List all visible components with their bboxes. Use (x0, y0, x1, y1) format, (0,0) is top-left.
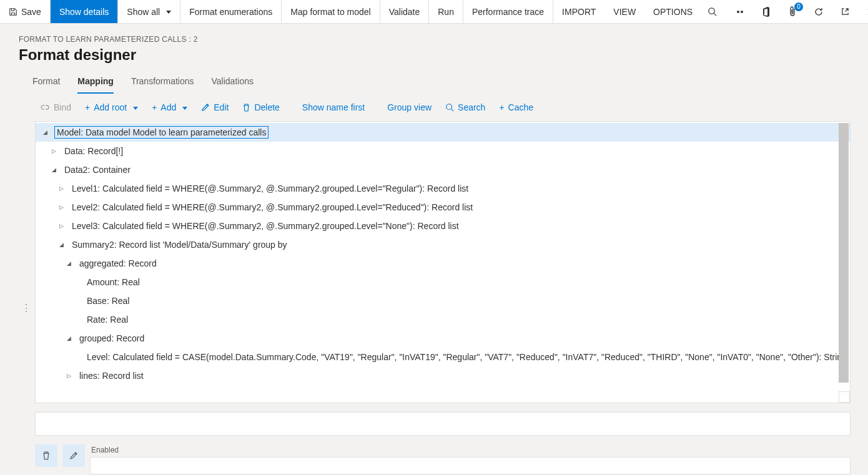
show-all-button[interactable]: Show all (118, 0, 180, 23)
add-button[interactable]: Add (152, 102, 187, 112)
tree-node-lines[interactable]: ▷ lines: Record list (36, 366, 850, 385)
map-format-to-model-button[interactable]: Map format to model (282, 0, 380, 23)
splitter-grip[interactable]: ⋮ (21, 302, 29, 314)
resize-corner[interactable] (839, 391, 850, 403)
tab-mapping[interactable]: Mapping (77, 72, 114, 94)
show-name-first-label: Show name first (302, 102, 365, 112)
delete-expression-button[interactable] (35, 444, 57, 467)
search-button[interactable]: Search (445, 102, 485, 112)
options-menu[interactable]: OPTIONS (644, 0, 701, 23)
page-title: Format designer (0, 46, 868, 72)
save-button[interactable]: Save (0, 0, 51, 23)
format-enumerations-label: Format enumerations (189, 7, 272, 17)
expand-icon[interactable]: ▷ (57, 204, 66, 210)
office-icon[interactable] (761, 6, 772, 17)
find-button[interactable] (701, 0, 723, 23)
tree-node-grouped[interactable]: ◢ grouped: Record (36, 329, 850, 348)
map-format-label: Map format to model (290, 7, 370, 17)
validate-button[interactable]: Validate (380, 0, 430, 23)
tree-node-level[interactable]: ▷ Level: Calculated field = CASE(model.D… (36, 348, 850, 366)
options-label: OPTIONS (653, 7, 693, 17)
tree-label: Base: Real (86, 295, 131, 307)
enabled-input[interactable] (90, 457, 851, 474)
tree-label: Model: Data model Model to learn paramet… (54, 126, 269, 139)
plus-icon (152, 102, 157, 112)
tree-node-model[interactable]: ◢ Model: Data model Model to learn param… (36, 123, 850, 142)
refresh-button[interactable] (813, 6, 824, 17)
link-icon[interactable] (734, 6, 746, 17)
run-button[interactable]: Run (429, 0, 463, 23)
svg-line-3 (451, 109, 454, 112)
expand-icon[interactable]: ▷ (57, 223, 66, 229)
datasource-tree[interactable]: ◢ Model: Data model Model to learn param… (35, 121, 851, 403)
bind-icon (40, 104, 50, 111)
trash-icon (242, 103, 250, 112)
show-name-first-button[interactable]: Show name first (302, 102, 365, 112)
chevron-down-icon (164, 7, 171, 17)
attachments-button[interactable]: 0 (787, 6, 798, 17)
collapse-icon[interactable]: ◢ (49, 167, 58, 173)
tree-node-level2[interactable]: ▷ Level2: Calculated field = WHERE(@.Sum… (36, 198, 850, 217)
add-root-button[interactable]: Add root (85, 102, 138, 112)
edit-expression-button[interactable] (62, 444, 85, 467)
delete-button[interactable]: Delete (242, 102, 279, 112)
breadcrumb: FORMAT TO LEARN PARAMETERIZED CALLS : 2 (0, 35, 868, 46)
tree-label: Level3: Calculated field = WHERE(@.Summa… (71, 220, 460, 232)
enabled-field: Enabled (90, 444, 851, 475)
tab-validations[interactable]: Validations (212, 72, 254, 94)
tree-node-summary2[interactable]: ◢ Summary2: Record list 'Model/Data/Summ… (36, 235, 850, 254)
group-view-label: Group view (387, 102, 432, 112)
tree-label: lines: Record list (78, 370, 145, 382)
edit-button[interactable]: Edit (201, 102, 229, 112)
page-body: FORMAT TO LEARN PARAMETERIZED CALLS : 2 … (0, 24, 868, 475)
attachments-badge: 0 (794, 2, 803, 11)
tree-node-base[interactable]: ▷ Base: Real (36, 291, 850, 310)
collapse-icon[interactable]: ◢ (41, 129, 49, 135)
tree-label: grouped: Record (78, 332, 145, 345)
expression-panel[interactable] (35, 412, 851, 436)
tree-node-rate[interactable]: ▷ Rate: Real (36, 310, 850, 329)
expand-icon[interactable]: ▷ (64, 373, 73, 379)
view-menu[interactable]: VIEW (604, 0, 644, 23)
save-label: Save (21, 7, 41, 17)
tree-label: Data2: Container (63, 164, 132, 176)
edit-label: Edit (214, 102, 229, 112)
scrollbar-thumb[interactable] (839, 123, 849, 383)
expand-icon[interactable]: ▷ (57, 185, 66, 192)
collapse-icon[interactable]: ◢ (64, 260, 73, 267)
tab-transformations[interactable]: Transformations (131, 72, 194, 94)
search-icon (445, 103, 454, 112)
cache-label: Cache (508, 102, 533, 112)
tree-node-data2[interactable]: ◢ Data2: Container (36, 160, 850, 179)
import-menu[interactable]: IMPORT (553, 0, 604, 23)
close-button[interactable] (866, 6, 868, 17)
delete-label: Delete (254, 102, 279, 112)
tree-node-amount[interactable]: ▷ Amount: Real (36, 273, 850, 291)
tree-label: Rate: Real (86, 313, 129, 326)
bind-label: Bind (54, 102, 71, 112)
format-enumerations-button[interactable]: Format enumerations (180, 0, 282, 23)
svg-point-0 (709, 8, 714, 14)
tab-format[interactable]: Format (32, 72, 60, 94)
collapse-icon[interactable]: ◢ (64, 335, 73, 341)
tree-label: Level2: Calculated field = WHERE(@.Summa… (71, 201, 474, 213)
performance-trace-button[interactable]: Performance trace (463, 0, 553, 23)
search-icon (708, 7, 717, 16)
add-label: Add (160, 102, 176, 112)
tree-node-data[interactable]: ▷ Data: Record[!] (36, 142, 850, 160)
tree-node-aggregated[interactable]: ◢ aggregated: Record (36, 254, 850, 273)
enabled-label: Enabled (90, 444, 851, 457)
chevron-down-icon (131, 102, 138, 112)
show-details-button[interactable]: Show details (51, 0, 118, 23)
mapping-actions: Bind Add root Add Edit Delete Show name … (0, 94, 868, 119)
tree-label: aggregated: Record (78, 257, 158, 270)
popout-button[interactable] (839, 6, 851, 17)
add-root-label: Add root (94, 102, 127, 112)
expand-icon[interactable]: ▷ (49, 148, 58, 154)
collapse-icon[interactable]: ◢ (57, 242, 66, 248)
plus-icon (85, 102, 90, 112)
tree-node-level1[interactable]: ▷ Level1: Calculated field = WHERE(@.Sum… (36, 179, 850, 198)
group-view-button[interactable]: Group view (387, 102, 432, 112)
tree-node-level3[interactable]: ▷ Level3: Calculated field = WHERE(@.Sum… (36, 217, 850, 235)
cache-button[interactable]: Cache (499, 102, 533, 112)
